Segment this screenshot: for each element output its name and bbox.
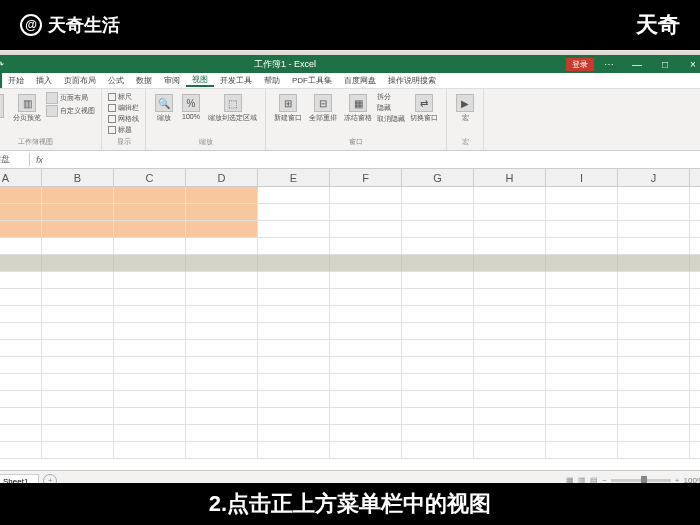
cell[interactable] [186, 408, 258, 424]
cell[interactable] [186, 323, 258, 339]
cell[interactable] [258, 204, 330, 220]
cell[interactable] [474, 323, 546, 339]
menu-review[interactable]: 审阅 [158, 75, 186, 86]
cell[interactable] [42, 204, 114, 220]
col-header[interactable]: H [474, 169, 546, 186]
cell[interactable] [546, 323, 618, 339]
cell[interactable] [114, 357, 186, 373]
pagelayout-button[interactable]: 页面布局 [46, 92, 95, 104]
cell[interactable] [0, 238, 42, 254]
cell[interactable] [114, 391, 186, 407]
cell[interactable] [186, 272, 258, 288]
cell[interactable] [546, 187, 618, 203]
spreadsheet-grid[interactable]: ABCDEFGHIJ [0, 169, 700, 479]
table-row[interactable] [0, 374, 700, 391]
menu-data[interactable]: 数据 [130, 75, 158, 86]
headings-check[interactable]: 标题 [108, 125, 139, 135]
cell[interactable] [618, 357, 690, 373]
cell[interactable] [474, 357, 546, 373]
cell[interactable] [618, 374, 690, 390]
cell[interactable] [114, 255, 186, 271]
cell[interactable] [42, 255, 114, 271]
cell[interactable] [546, 442, 618, 458]
cell[interactable] [402, 425, 474, 441]
cell[interactable] [258, 289, 330, 305]
cell[interactable] [618, 442, 690, 458]
cell[interactable] [474, 221, 546, 237]
cell[interactable] [618, 306, 690, 322]
cell[interactable] [546, 272, 618, 288]
cell[interactable] [42, 374, 114, 390]
cell[interactable] [0, 323, 42, 339]
table-row[interactable] [0, 357, 700, 374]
col-header[interactable]: B [42, 169, 114, 186]
cell[interactable] [474, 442, 546, 458]
cell[interactable] [114, 238, 186, 254]
cell[interactable] [42, 340, 114, 356]
table-row[interactable] [0, 391, 700, 408]
name-box[interactable]: 方框键盘 [0, 153, 30, 166]
cell[interactable] [474, 204, 546, 220]
cell[interactable] [258, 425, 330, 441]
cell[interactable] [0, 391, 42, 407]
cell[interactable] [42, 408, 114, 424]
cell[interactable] [186, 340, 258, 356]
cell[interactable] [258, 187, 330, 203]
cell[interactable] [114, 408, 186, 424]
menu-home[interactable]: 开始 [2, 75, 30, 86]
col-header[interactable]: I [546, 169, 618, 186]
cell[interactable] [186, 391, 258, 407]
cell[interactable] [186, 187, 258, 203]
cell[interactable] [186, 306, 258, 322]
cell[interactable] [114, 187, 186, 203]
hide-button[interactable]: 隐藏 [377, 103, 405, 113]
col-header[interactable]: A [0, 169, 42, 186]
cell[interactable] [258, 408, 330, 424]
cell[interactable] [402, 238, 474, 254]
cell[interactable] [474, 408, 546, 424]
cell[interactable] [402, 391, 474, 407]
cell[interactable] [474, 425, 546, 441]
cell[interactable] [474, 255, 546, 271]
table-row[interactable] [0, 221, 700, 238]
gridlines-check[interactable]: 网格线 [108, 114, 139, 124]
cell[interactable] [402, 323, 474, 339]
table-row[interactable] [0, 442, 700, 459]
cell[interactable] [0, 255, 42, 271]
cell[interactable] [618, 425, 690, 441]
cell[interactable] [258, 221, 330, 237]
col-header[interactable]: D [186, 169, 258, 186]
macro-button[interactable]: ▶宏 [453, 92, 477, 125]
split-button[interactable]: 拆分 [377, 92, 405, 102]
cell[interactable] [0, 425, 42, 441]
cell[interactable] [42, 272, 114, 288]
cell[interactable] [114, 289, 186, 305]
cell[interactable] [402, 306, 474, 322]
cell[interactable] [402, 442, 474, 458]
cell[interactable] [186, 238, 258, 254]
cell[interactable] [546, 340, 618, 356]
cell[interactable] [618, 238, 690, 254]
cell[interactable] [186, 425, 258, 441]
cell[interactable] [546, 204, 618, 220]
cell[interactable] [258, 323, 330, 339]
cell[interactable] [546, 238, 618, 254]
cell[interactable] [402, 272, 474, 288]
cell[interactable] [546, 408, 618, 424]
cell[interactable] [114, 221, 186, 237]
cell[interactable] [330, 374, 402, 390]
cell[interactable] [114, 323, 186, 339]
zoom-slider[interactable] [611, 479, 671, 482]
col-header[interactable]: E [258, 169, 330, 186]
cell[interactable] [330, 238, 402, 254]
cell[interactable] [42, 442, 114, 458]
cell[interactable] [330, 204, 402, 220]
cell[interactable] [42, 357, 114, 373]
menu-insert[interactable]: 插入 [30, 75, 58, 86]
cell[interactable] [330, 408, 402, 424]
cell[interactable] [330, 442, 402, 458]
pagebreak-button[interactable]: ▥分页预览 [11, 92, 43, 125]
table-row[interactable] [0, 306, 700, 323]
cell[interactable] [474, 238, 546, 254]
menu-layout[interactable]: 页面布局 [58, 75, 102, 86]
